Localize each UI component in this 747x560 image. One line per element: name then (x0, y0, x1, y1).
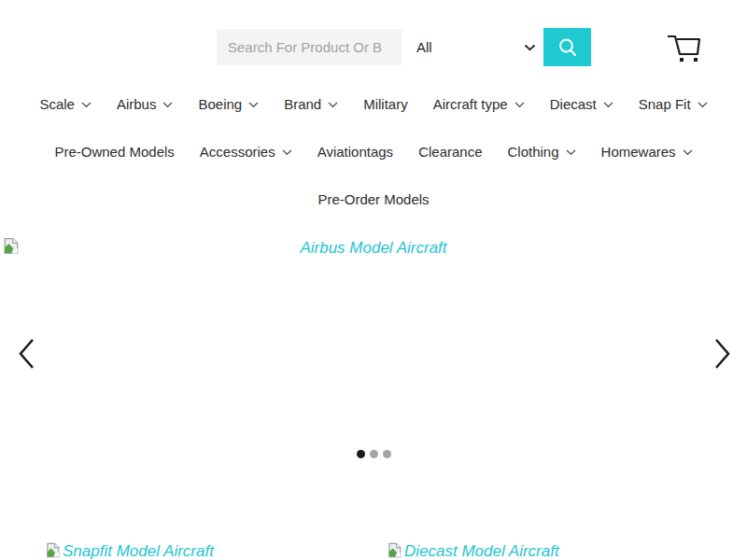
nav-item-label: Airbus (117, 96, 157, 112)
carousel-dot-3[interactable] (383, 450, 391, 458)
broken-image-icon (387, 542, 402, 558)
chevron-down-icon (683, 149, 693, 156)
nav-item-aircraft-type[interactable]: Aircraft type (433, 96, 525, 112)
carousel-dot-2[interactable] (370, 450, 378, 458)
promo-link-label: Diecast Model Aircraft (404, 542, 559, 560)
category-select-wrap: All (409, 29, 543, 65)
carousel-prev-button[interactable] (11, 336, 41, 371)
nav-item-label: Pre-Owned Models (54, 144, 174, 160)
nav-item-diecast[interactable]: Diecast (550, 96, 613, 112)
nav-item-boeing[interactable]: Boeing (198, 96, 259, 112)
chevron-down-icon (282, 149, 292, 156)
nav-item-label: Military (363, 96, 408, 112)
chevron-down-icon (514, 102, 525, 108)
chevron-down-icon (81, 102, 92, 108)
promo-link-diecast[interactable]: Diecast Model Aircraft (387, 542, 559, 560)
main-nav-row-2: Pre-Owned Models Accessories Aviationtag… (0, 137, 747, 165)
carousel-next-button[interactable] (708, 336, 738, 371)
nav-item-pre-order-models[interactable]: Pre-Order Models (317, 191, 429, 207)
nav-item-label: Scale (39, 96, 75, 112)
category-select[interactable]: All (409, 29, 543, 65)
nav-item-label: Clearance (418, 144, 482, 160)
nav-item-accessories[interactable]: Accessories (200, 144, 292, 160)
nav-item-label: Brand (284, 96, 321, 112)
nav-item-label: Homewares (601, 144, 676, 160)
nav-item-military[interactable]: Military (363, 96, 408, 112)
chevron-down-icon (248, 102, 259, 108)
broken-image-icon (45, 542, 61, 558)
nav-item-airbus[interactable]: Airbus (117, 96, 174, 112)
chevron-down-icon (698, 102, 708, 108)
shopping-cart-icon (665, 29, 706, 66)
carousel-slide-link[interactable]: Airbus Model Aircraft (0, 239, 747, 258)
carousel-dots (0, 450, 747, 458)
nav-item-label: Pre-Order Models (317, 191, 429, 207)
search-icon (557, 36, 579, 59)
nav-item-homewares[interactable]: Homewares (601, 144, 693, 160)
nav-item-label: Snap Fit (639, 96, 691, 112)
nav-item-aviationtags[interactable]: Aviationtags (317, 144, 393, 160)
search-input[interactable] (217, 29, 402, 65)
nav-item-label: Accessories (200, 144, 275, 160)
nav-item-label: Clothing (508, 144, 559, 160)
main-nav-row-3: Pre-Order Models (0, 185, 747, 213)
nav-item-clothing[interactable]: Clothing (508, 144, 576, 160)
nav-item-brand[interactable]: Brand (284, 96, 338, 112)
nav-item-scale[interactable]: Scale (39, 96, 92, 112)
chevron-left-icon (16, 337, 36, 371)
nav-item-clearance[interactable]: Clearance (418, 144, 482, 160)
chevron-down-icon (328, 102, 338, 108)
nav-item-label: Aircraft type (433, 96, 508, 112)
search-button[interactable] (543, 28, 591, 66)
nav-item-label: Diecast (550, 96, 597, 112)
promo-link-label: Snapfit Model Aircraft (63, 542, 214, 560)
chevron-right-icon (712, 337, 733, 371)
chevron-down-icon (603, 102, 613, 108)
promo-link-snapfit[interactable]: Snapfit Model Aircraft (45, 542, 214, 560)
nav-item-label: Aviationtags (317, 144, 393, 160)
main-nav-row-1: Scale Airbus Boeing Brand Military Aircr… (0, 90, 747, 118)
cart-button[interactable] (661, 26, 710, 69)
nav-item-label: Boeing (198, 96, 242, 112)
nav-item-pre-owned-models[interactable]: Pre-Owned Models (54, 144, 174, 160)
chevron-down-icon (162, 102, 173, 108)
chevron-down-icon (566, 149, 576, 156)
nav-item-snap-fit[interactable]: Snap Fit (639, 96, 708, 112)
carousel-dot-1[interactable] (357, 450, 365, 458)
